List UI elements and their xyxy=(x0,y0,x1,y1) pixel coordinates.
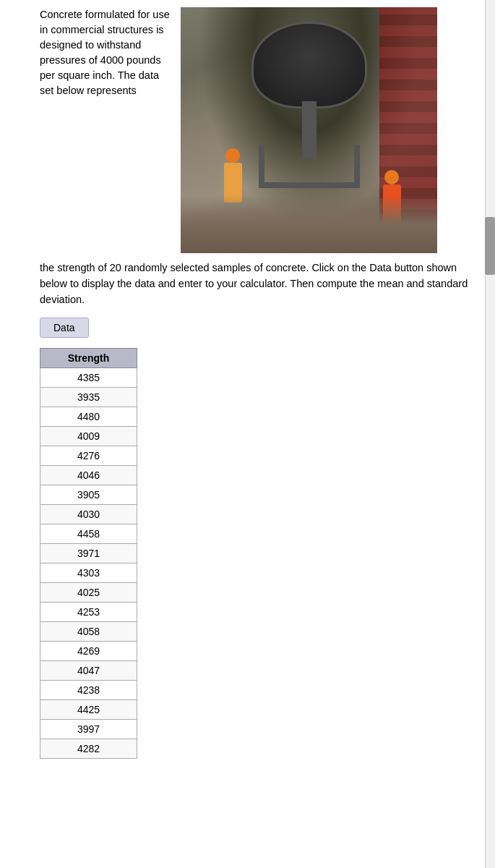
intro-paragraph-left: Concrete formulated for use in commercia… xyxy=(40,7,175,98)
table-row: 4385 xyxy=(40,368,137,388)
table-row: 4458 xyxy=(40,524,137,544)
strength-value-6: 3905 xyxy=(40,485,137,505)
strength-value-10: 4303 xyxy=(40,563,137,583)
concrete-image-inner xyxy=(181,7,437,253)
strength-table: Strength 4385393544804009427640463905403… xyxy=(40,348,137,759)
page-container: Concrete formulated for use in commercia… xyxy=(0,0,495,868)
concrete-image xyxy=(181,7,437,253)
table-row: 4025 xyxy=(40,583,137,603)
table-row: 4425 xyxy=(40,700,137,720)
strength-value-11: 4025 xyxy=(40,583,137,603)
mixer-bowl xyxy=(251,22,367,109)
strength-value-15: 4047 xyxy=(40,661,137,681)
strength-value-8: 4458 xyxy=(40,524,137,544)
table-row: 4303 xyxy=(40,563,137,583)
table-row: 4046 xyxy=(40,466,137,485)
table-row: 3935 xyxy=(40,388,137,407)
table-row: 4269 xyxy=(40,642,137,661)
table-row: 3997 xyxy=(40,720,137,739)
scrollbar[interactable] xyxy=(485,0,495,868)
strength-value-19: 4282 xyxy=(40,739,137,759)
table-row: 4030 xyxy=(40,505,137,524)
table-row: 4009 xyxy=(40,427,137,446)
strength-value-7: 4030 xyxy=(40,505,137,524)
table-header-strength: Strength xyxy=(40,349,137,368)
scrollbar-thumb[interactable] xyxy=(485,217,495,275)
intro-text-left: Concrete formulated for use in commercia… xyxy=(40,7,181,98)
strength-value-12: 4253 xyxy=(40,603,137,622)
strength-value-13: 4058 xyxy=(40,622,137,642)
strength-value-2: 4480 xyxy=(40,407,137,427)
strength-value-4: 4276 xyxy=(40,446,137,466)
data-button[interactable]: Data xyxy=(40,318,89,338)
strength-value-17: 4425 xyxy=(40,700,137,720)
table-row: 3971 xyxy=(40,544,137,563)
top-section: Concrete formulated for use in commercia… xyxy=(40,7,482,253)
strength-value-9: 3971 xyxy=(40,544,137,563)
table-row: 4480 xyxy=(40,407,137,427)
strength-value-1: 3935 xyxy=(40,388,137,407)
strength-value-18: 3997 xyxy=(40,720,137,739)
intro-paragraph-bottom: the strength of 20 randomly selected sam… xyxy=(40,260,482,307)
strength-value-14: 4269 xyxy=(40,642,137,661)
table-row: 4282 xyxy=(40,739,137,759)
ground-layer xyxy=(181,195,437,253)
strength-value-0: 4385 xyxy=(40,368,137,388)
table-row: 4253 xyxy=(40,603,137,622)
table-row: 4276 xyxy=(40,446,137,466)
mixer-legs xyxy=(259,145,360,188)
table-row: 4238 xyxy=(40,681,137,700)
table-row: 4047 xyxy=(40,661,137,681)
strength-value-5: 4046 xyxy=(40,466,137,485)
strength-value-16: 4238 xyxy=(40,681,137,700)
table-row: 3905 xyxy=(40,485,137,505)
table-row: 4058 xyxy=(40,622,137,642)
strength-value-3: 4009 xyxy=(40,427,137,446)
